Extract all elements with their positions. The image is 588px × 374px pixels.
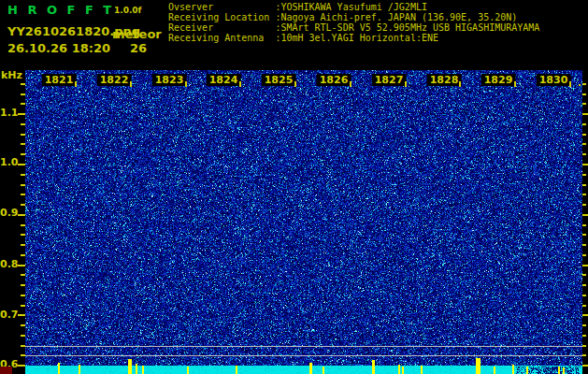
axis-tick — [582, 274, 586, 276]
axis-tick — [21, 274, 25, 276]
axis-tick — [21, 324, 25, 326]
x-tick-label: 1830 — [537, 74, 571, 86]
axis-tick — [582, 305, 586, 307]
observation-datetime: 26.10.26 18:20 — [7, 41, 110, 55]
observation-mode: meteor — [112, 27, 162, 41]
axis-tick — [185, 81, 187, 87]
x-tick-label: 1824 — [207, 74, 241, 86]
axis-tick — [130, 81, 132, 87]
axis-tick — [582, 83, 586, 85]
y-tick-label: 0.7 — [0, 309, 17, 321]
hrofft-screen: H R O F F T 1.0.0f YY2610261820.png mete… — [0, 0, 588, 374]
x-tick-label: 1827 — [372, 74, 407, 86]
axis-tick — [582, 204, 586, 206]
axis-tick — [21, 184, 25, 186]
axis-tick — [21, 335, 25, 337]
axis-tick — [21, 234, 25, 236]
axis-tick — [579, 84, 581, 86]
axis-tick — [582, 314, 588, 316]
axis-tick — [21, 345, 25, 347]
axis-tick — [582, 134, 586, 136]
axis-tick — [21, 83, 25, 85]
x-tick-label: 1821 — [42, 74, 77, 86]
axis-tick — [582, 284, 586, 286]
axis-tick — [21, 204, 25, 206]
axis-tick — [21, 244, 25, 246]
axis-tick — [582, 194, 586, 195]
axis-tick — [239, 81, 241, 87]
y-tick-label: 1.0 — [0, 157, 17, 168]
axis-tick — [582, 214, 588, 216]
axis-tick — [18, 265, 25, 266]
axis-tick — [21, 284, 25, 286]
axis-tick — [582, 345, 586, 347]
observation-info: Ovserver :YOSHIKAWA Yasufumi /JG2MLI Rec… — [168, 2, 539, 43]
axis-tick — [582, 265, 588, 266]
axis-tick — [21, 354, 25, 356]
axis-tick — [582, 94, 586, 95]
axis-tick — [21, 153, 25, 155]
x-tick-label: 1825 — [262, 74, 296, 86]
axis-tick — [21, 305, 25, 307]
app-title: H R O F F T — [7, 3, 114, 17]
axis-tick — [582, 354, 586, 356]
axis-tick — [18, 214, 25, 216]
x-tick-label: 1829 — [481, 74, 516, 86]
y-tick-label: 0.8 — [0, 259, 17, 270]
axis-tick — [582, 224, 586, 226]
axis-tick — [582, 335, 586, 337]
axis-tick — [21, 174, 25, 176]
app-version: 1.0.0f — [114, 6, 142, 15]
axis-tick — [21, 254, 25, 256]
axis-tick — [459, 81, 461, 87]
y-tick-label: 0.9 — [0, 208, 17, 219]
axis-tick — [582, 164, 588, 165]
axis-tick — [582, 324, 586, 326]
axis-tick — [514, 81, 516, 87]
axis-tick — [405, 81, 407, 87]
axis-tick — [582, 174, 586, 176]
axis-tick — [582, 143, 586, 145]
x-tick-label: 1826 — [317, 74, 351, 86]
axis-tick — [582, 103, 586, 105]
axis-tick — [21, 134, 25, 136]
y-axis-unit: kHz — [1, 69, 22, 81]
x-tick-label: 1823 — [152, 74, 187, 86]
axis-tick — [350, 81, 351, 87]
axis-tick — [21, 224, 25, 226]
axis-tick — [582, 153, 586, 155]
axis-tick — [18, 164, 25, 165]
x-tick-label: 1822 — [97, 74, 132, 86]
echo-count: 26 — [130, 41, 147, 55]
axis-tick — [582, 254, 586, 256]
y-tick-label: 1.1 — [0, 108, 17, 119]
axis-tick — [21, 194, 25, 195]
info-observer: Ovserver :YOSHIKAWA Yasufumi /JG2MLI — [168, 2, 539, 12]
axis-tick — [21, 143, 25, 145]
spectrogram-canvas — [25, 70, 582, 374]
axis-tick — [582, 123, 586, 125]
info-receiver: Receiver :SMArt RTL-SDR V5 52.905MHz USB… — [168, 22, 539, 33]
axis-tick — [18, 314, 25, 316]
axis-tick — [294, 81, 296, 87]
axis-tick — [18, 113, 25, 115]
axis-tick — [21, 103, 25, 105]
x-tick-label: 1828 — [427, 74, 462, 86]
corner-marker — [0, 367, 12, 374]
axis-tick — [582, 234, 586, 236]
axis-tick — [569, 81, 571, 87]
axis-tick — [582, 295, 586, 296]
axis-tick — [582, 184, 586, 186]
info-receiving-location: Receiving Location :Nagoya Aichi-pref. J… — [168, 12, 539, 22]
axis-tick — [582, 113, 588, 115]
axis-tick — [582, 365, 588, 367]
axis-tick — [21, 94, 25, 95]
info-receiving-antenna: Receiving Antenna :10mH 3el.YAGI Horizon… — [168, 33, 539, 43]
axis-tick — [18, 365, 25, 367]
axis-tick — [75, 81, 77, 87]
axis-tick — [582, 244, 586, 246]
axis-tick — [21, 295, 25, 296]
axis-tick — [21, 123, 25, 125]
